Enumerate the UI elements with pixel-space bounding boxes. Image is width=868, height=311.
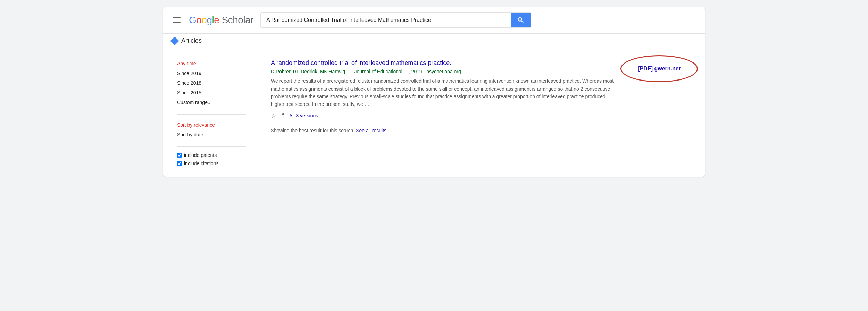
- articles-tab: Articles: [163, 34, 705, 48]
- sort-by-relevance[interactable]: Sort by relevance: [177, 120, 246, 130]
- content-area: Any time Since 2019 Since 2018 Since 201…: [163, 48, 705, 177]
- result-actions: ☆ ❝ All 3 versions: [271, 112, 617, 119]
- time-filter-group: Any time Since 2019 Since 2018 Since 201…: [177, 59, 246, 107]
- pdf-link[interactable]: [PDF] gwern.net: [638, 66, 681, 72]
- search-input[interactable]: [261, 13, 511, 27]
- best-result-note: Showing the best result for this search.…: [271, 128, 617, 133]
- see-all-results-link[interactable]: See all results: [356, 128, 386, 133]
- result-author-link[interactable]: D Rohrer: [271, 69, 290, 74]
- result-main: A randomized controlled trial of interle…: [271, 59, 617, 133]
- checkbox-group: include patents include citations: [177, 152, 246, 166]
- quote-icon[interactable]: ❝: [281, 112, 284, 119]
- sort-by-date[interactable]: Sort by date: [177, 130, 246, 140]
- include-citations-label: include citations: [184, 161, 219, 166]
- result-snippet: We report the results of a preregistered…: [271, 77, 617, 108]
- filter-custom-range[interactable]: Custom range...: [177, 98, 246, 107]
- sort-filter-group: Sort by relevance Sort by date: [177, 120, 246, 140]
- include-patents-checkbox[interactable]: include patents: [177, 152, 246, 158]
- star-icon[interactable]: ☆: [271, 112, 276, 119]
- include-citations-checkbox[interactable]: include citations: [177, 161, 246, 166]
- patents-checkbox-input[interactable]: [177, 153, 182, 158]
- header: Google Scholar: [163, 7, 705, 34]
- search-icon: [517, 16, 525, 24]
- result-title[interactable]: A randomized controlled trial of interle…: [271, 59, 617, 67]
- logo: Google Scholar: [189, 15, 253, 26]
- filter-any-time[interactable]: Any time: [177, 59, 246, 68]
- search-bar: [260, 12, 531, 28]
- results-area: A randomized controlled trial of interle…: [257, 55, 705, 170]
- include-patents-label: include patents: [184, 152, 217, 158]
- search-button[interactable]: [511, 13, 531, 27]
- result-meta-rest: , RF Dedrick, MK Hartwig… - Journal of E…: [290, 69, 461, 74]
- menu-button[interactable]: [172, 16, 182, 24]
- filter-since-2019[interactable]: Since 2019: [177, 68, 246, 78]
- articles-label: Articles: [181, 37, 202, 44]
- citations-checkbox-input[interactable]: [177, 161, 182, 166]
- logo-scholar-text: Scholar: [222, 15, 253, 25]
- result-meta: D Rohrer, RF Dedrick, MK Hartwig… - Jour…: [271, 69, 617, 74]
- divider-1: [177, 114, 246, 115]
- sidebar: Any time Since 2019 Since 2018 Since 201…: [163, 55, 257, 170]
- filter-since-2015[interactable]: Since 2015: [177, 88, 246, 98]
- divider-2: [177, 146, 246, 147]
- best-result-text: Showing the best result for this search.: [271, 128, 354, 133]
- pdf-area: [PDF] gwern.net: [627, 59, 691, 79]
- articles-icon: [170, 36, 179, 45]
- all-versions-link[interactable]: All 3 versions: [289, 113, 318, 118]
- filter-since-2018[interactable]: Since 2018: [177, 78, 246, 88]
- result-card: A randomized controlled trial of interle…: [271, 59, 691, 140]
